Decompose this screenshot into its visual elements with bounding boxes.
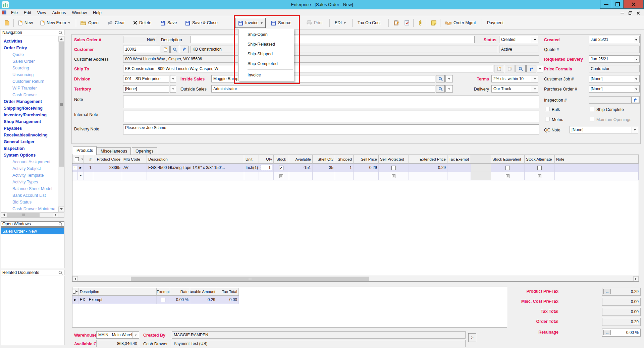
chevron-down-icon[interactable] [633,56,639,62]
tax-cell-description[interactable]: EX - Exempt [78,296,157,304]
cell-mfg-code[interactable]: AV [122,164,147,172]
nav-item-cash-drawer-maintenance[interactable]: Cash Drawer Maintena [1,206,59,212]
menu-actions[interactable]: Actions [49,9,69,16]
new-cell[interactable] [335,172,354,180]
payment-button[interactable]: Payment [484,18,506,28]
nav-item-activity-subject[interactable]: Activity Subject [1,165,59,172]
note-field[interactable] [123,96,539,108]
col-note[interactable]: Note [555,155,639,164]
tax-cell-taxable[interactable]: 0.29 [190,296,217,304]
col-sell-price[interactable]: Sell Price [354,155,379,164]
col-num[interactable]: # [84,155,93,164]
nav-item-unsourcing[interactable]: Unsourcing [1,71,59,78]
new-cell-stock-alternate[interactable] [525,172,555,180]
col-extended-price[interactable]: Extended Price [409,155,447,164]
chevron-down-icon[interactable] [532,86,538,92]
tax-select-all-header[interactable] [72,288,78,296]
col-stock-alternate[interactable]: Stock Alternate [525,155,555,164]
navigation-search-icon[interactable] [58,31,63,35]
new-cell-stock[interactable] [274,172,289,180]
nav-item-account-assignment[interactable]: Account Assignment [1,159,59,165]
menu-item-ship-released[interactable]: Ship-Released [238,40,294,49]
nav-hscroll-thumb[interactable] [7,213,40,217]
cell-stock-alternate[interactable] [525,164,555,172]
nav-item-shipping-receiving[interactable]: Shipping/Receiving [1,105,59,112]
ship-to-field[interactable]: KB Construction - 809 West Lincoln Way, … [123,65,493,72]
scroll-up-button[interactable] [58,36,64,42]
requested-delivery-combo[interactable]: Jun 25/21 [589,55,640,63]
ship-to-copy-button[interactable] [505,65,515,72]
new-tab-button[interactable] [2,18,12,28]
nav-item-activity-types[interactable]: Activity Types [1,179,59,185]
nav-item-bid-status[interactable]: Bid Status [1,199,59,206]
territory-dropdown-button[interactable] [170,85,176,93]
menu-file[interactable]: File [8,9,21,16]
warehouse-combo[interactable]: MAIN - Main Wareho [96,331,139,339]
scroll-left-button[interactable] [1,213,6,217]
delete-button[interactable]: Delete [130,18,154,28]
nav-item-receivables-invoicing[interactable]: Receivables/Invoicing [1,132,59,138]
customer-search-button[interactable] [170,46,179,53]
col-available[interactable]: Available [289,155,313,164]
inside-sales-search-button[interactable] [436,75,445,82]
mdi-restore-button[interactable] [627,10,634,15]
menu-item-invoice[interactable]: Invoice [238,70,294,80]
mdi-close-button[interactable] [635,10,642,15]
qc-note-combo[interactable]: [None] [570,126,638,133]
cell-qty[interactable]: 1 [259,164,274,172]
nav-item-payables[interactable]: Payables [1,125,59,132]
new-cell[interactable] [409,172,447,180]
nav-item-balance-sheet-model[interactable]: Balance Sheet Model [1,185,59,192]
open-button[interactable]: Open [78,18,101,28]
invoice-button[interactable]: Invoice [235,18,266,28]
tax-col-description[interactable]: Description [78,288,157,296]
tab-openings[interactable]: Openings [132,147,157,155]
new-cell[interactable] [447,172,471,180]
stock-alternate-checkbox[interactable] [537,166,542,170]
division-combo[interactable]: 001 - SD Enterprise [123,75,169,82]
menu-item-ship-completed[interactable]: Ship-Completed [238,59,294,69]
outside-sales-field[interactable]: Administrator [211,85,435,93]
tax-on-cost-button[interactable]: Tax On Cost [355,18,383,28]
nav-item-cash-drawer[interactable]: Cash Drawer [1,92,59,98]
ship-complete-checkbox[interactable] [590,107,594,111]
description-field[interactable] [191,36,475,43]
new-cell[interactable] [84,172,93,180]
products-hscroll-thumb[interactable] [131,277,369,281]
col-sell-protected[interactable]: Sell Protected [379,155,409,164]
menu-view[interactable]: View [34,9,49,16]
cell-shipped[interactable]: 1 [335,164,354,172]
nav-item-system-options[interactable]: System Options [1,152,59,159]
new-cell[interactable] [313,172,335,180]
sell-protected-checkbox[interactable] [391,166,396,170]
product-pretax-detail-button[interactable]: ... [603,289,611,294]
tax-cell-rate[interactable]: 0.00 % [170,296,190,304]
cell-stock-equivalent[interactable] [491,164,525,172]
cell-sell-price[interactable]: 0.29 [354,164,379,172]
ship-to-new-button[interactable] [494,65,504,72]
close-button[interactable] [623,0,644,9]
cell-available[interactable]: -151 [289,164,313,172]
col-tax-exempt[interactable]: Tax Exempt [447,155,471,164]
cell-num[interactable]: 1 [84,164,93,172]
col-qty[interactable]: Qty [259,155,274,164]
internal-note-field[interactable] [123,111,539,122]
nav-item-inspection[interactable]: Inspection [1,145,59,152]
cell-sell-protected[interactable] [379,164,409,172]
delivery-combo[interactable]: Our Truck [491,85,538,93]
menu-window[interactable]: Window [69,9,90,16]
menu-item-ship-shipped[interactable]: Ship-Shipped [238,49,294,59]
tax-exempt-checkbox[interactable] [161,298,165,302]
scroll-right-button[interactable] [53,213,58,217]
nav-hscrollbar[interactable] [1,212,64,218]
menu-item-ship-open[interactable]: Ship-Open [238,30,294,40]
mdi-minimize-button[interactable] [619,10,626,15]
status-combo[interactable]: Created [499,36,538,43]
print-button[interactable]: Print [304,18,325,28]
new-cell[interactable] [244,172,259,180]
save-close-button[interactable]: Save & Close [182,18,220,28]
new-cell[interactable] [93,172,122,180]
scroll-right-button[interactable] [633,276,639,281]
nav-item-general-ledger[interactable]: General Ledger [1,138,59,145]
open-window-item-sales-order[interactable]: Sales Order - New [1,228,64,234]
